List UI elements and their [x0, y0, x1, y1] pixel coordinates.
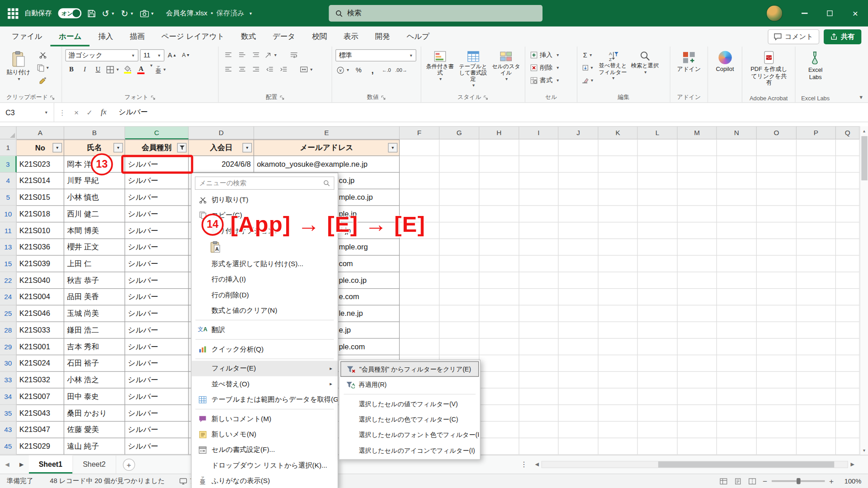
cell[interactable]: K21S014	[17, 173, 64, 189]
fill-color-button[interactable]	[122, 64, 134, 75]
cell[interactable]	[400, 272, 439, 289]
cell[interactable]: シルバー	[125, 222, 189, 239]
cell[interactable]: K21S004	[17, 289, 64, 305]
share-button[interactable]: 共有	[824, 29, 861, 44]
cell[interactable]	[757, 305, 797, 322]
column-header-N[interactable]: N	[717, 126, 757, 139]
cell[interactable]	[599, 389, 638, 405]
cell[interactable]	[797, 422, 836, 438]
cell[interactable]	[599, 422, 638, 438]
cell[interactable]	[519, 173, 559, 189]
cell[interactable]: 佐藤 愛美	[64, 422, 125, 438]
column-header-Q[interactable]: Q	[836, 126, 860, 139]
context-menu-item[interactable]: 新しいメモ(N)	[192, 427, 338, 442]
cell[interactable]	[439, 239, 479, 256]
cell[interactable]	[757, 156, 797, 173]
cell[interactable]: シルバー	[125, 405, 189, 422]
row-header-25[interactable]: 25	[0, 305, 17, 322]
wrap-text-icon[interactable]	[288, 49, 300, 61]
avatar[interactable]	[766, 5, 783, 22]
cell[interactable]	[479, 256, 519, 272]
cell[interactable]	[559, 156, 599, 173]
cell[interactable]	[678, 322, 717, 339]
cancel-icon[interactable]: ×	[74, 108, 79, 117]
enter-icon[interactable]: ✓	[86, 108, 92, 116]
row-header-43[interactable]: 43	[0, 422, 17, 438]
cell[interactable]	[559, 438, 599, 455]
cell[interactable]	[638, 173, 678, 189]
cell[interactable]	[757, 239, 797, 256]
cell[interactable]	[599, 289, 638, 305]
undo-icon[interactable]: ↺▼	[102, 8, 115, 19]
cell[interactable]	[638, 372, 678, 389]
cell[interactable]	[717, 189, 757, 206]
cell[interactable]	[836, 239, 860, 256]
column-header-P[interactable]: P	[797, 126, 836, 139]
cell[interactable]	[836, 156, 860, 173]
cell[interactable]	[717, 289, 757, 305]
column-header-K[interactable]: K	[599, 126, 638, 139]
fill-button[interactable]: ▼	[580, 62, 595, 74]
cell[interactable]	[836, 372, 860, 389]
cell[interactable]	[797, 372, 836, 389]
row-header-34[interactable]: 34	[0, 389, 17, 405]
cell[interactable]: K21S040	[17, 272, 64, 289]
cell[interactable]: メールアドレス▼	[254, 140, 400, 156]
cell[interactable]	[439, 189, 479, 206]
cell[interactable]	[559, 239, 599, 256]
dialog-launcher-icon[interactable]	[50, 95, 55, 100]
cell[interactable]: シルバー	[125, 256, 189, 272]
cell[interactable]	[797, 322, 836, 339]
horizontal-scroll-thumb[interactable]	[658, 461, 834, 467]
cell[interactable]	[439, 222, 479, 239]
cell[interactable]	[638, 289, 678, 305]
column-header-C[interactable]: C	[125, 126, 189, 139]
cell[interactable]	[797, 256, 836, 272]
cell[interactable]	[519, 305, 559, 322]
cell[interactable]: K21S033	[17, 322, 64, 339]
cell[interactable]	[836, 322, 860, 339]
cell[interactable]	[836, 389, 860, 405]
row-header-24[interactable]: 24	[0, 289, 17, 305]
cell[interactable]: シルバー	[125, 355, 189, 372]
cell[interactable]: シルバー	[125, 322, 189, 339]
cell[interactable]	[479, 156, 519, 173]
filter-dropdown-button[interactable]: ▼	[242, 143, 252, 153]
vertical-scroll-thumb[interactable]	[861, 136, 867, 180]
cell[interactable]	[836, 140, 860, 156]
context-menu-item[interactable]: 切り取り(T)	[192, 192, 338, 207]
cell[interactable]	[638, 422, 678, 438]
cell[interactable]: シルバー	[125, 173, 189, 189]
filter-submenu-item[interactable]: "会員種別" からフィルターをクリア(E)	[340, 361, 479, 377]
cell[interactable]	[559, 338, 599, 355]
sort-filter-button[interactable]: AZ 並べ替えとフィルター▼	[599, 49, 627, 81]
column-header-H[interactable]: H	[479, 126, 519, 139]
cell[interactable]	[638, 355, 678, 372]
cell[interactable]: 西川 健二	[64, 206, 125, 223]
cell[interactable]	[757, 389, 797, 405]
menu-search-input[interactable]: メニューの検索	[195, 177, 335, 190]
cell[interactable]	[400, 140, 439, 156]
conditional-formatting-button[interactable]: 条件付き書式▼	[425, 49, 455, 81]
minimize-button[interactable]	[792, 0, 817, 27]
cell[interactable]	[797, 272, 836, 289]
phonetic-guide-button[interactable]: ア亜▼	[154, 64, 167, 75]
paste-option-icon[interactable]: A	[210, 241, 221, 253]
cell[interactable]	[400, 239, 439, 256]
ribbon-tab-3[interactable]: 描画	[122, 27, 153, 47]
find-select-button[interactable]: 検索と選択▼	[631, 49, 660, 75]
cell[interactable]	[439, 140, 479, 156]
cell[interactable]	[479, 389, 519, 405]
align-left-icon[interactable]	[222, 64, 234, 75]
cell[interactable]	[599, 322, 638, 339]
cell[interactable]: 小林 浩之	[64, 372, 125, 389]
dialog-launcher-icon[interactable]	[381, 95, 386, 100]
cell[interactable]	[519, 355, 559, 372]
cell[interactable]	[479, 272, 519, 289]
cell[interactable]	[757, 189, 797, 206]
name-box[interactable]: C3▼	[0, 103, 54, 122]
app-launcher-icon[interactable]	[8, 8, 18, 19]
cell[interactable]	[559, 405, 599, 422]
cell[interactable]	[479, 289, 519, 305]
cell[interactable]	[479, 189, 519, 206]
